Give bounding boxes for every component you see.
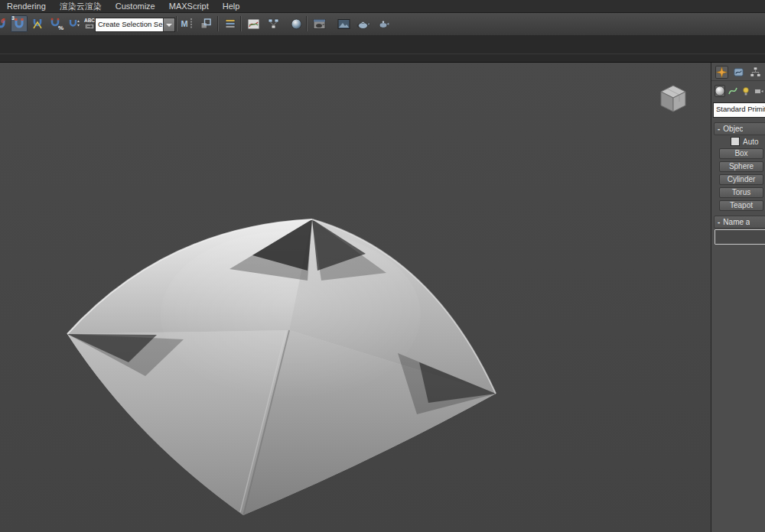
key-icon [84,23,95,30]
percent-glyph: % [58,24,63,31]
render-iterative-icon[interactable] [375,15,392,32]
menu-help[interactable]: Help [216,1,247,11]
lights-category-icon[interactable] [741,85,751,97]
autogrid-label: Auto [743,138,759,146]
angle-snap-icon[interactable] [29,15,46,32]
menu-customize[interactable]: Customize [109,1,162,11]
object-type-rollout-header[interactable]: - Objec [714,122,765,135]
material-sphere-icon [290,18,303,31]
align-squares-icon [200,18,212,30]
selection-set-dropdown[interactable]: Create Selection Se [95,18,175,32]
viewcube-icon [656,83,690,116]
create-tab[interactable] [715,66,728,79]
modify-icon [733,66,744,78]
magnet-spinner-icon [68,18,80,30]
camera-icon [754,86,764,96]
main-toolbar: 6 3 % [0,13,765,36]
selection-set-value: Create Selection Se [96,18,163,31]
render-setup-icon[interactable] [311,15,327,32]
snap-toggle-3d-icon[interactable]: 3 [11,15,28,32]
mirror-arrows-icon [188,18,194,30]
toolbar-separator [306,16,308,31]
autogrid-checkbox[interactable] [731,137,740,146]
toolbar-separator [176,16,177,31]
manage-layers-icon[interactable] [222,15,239,32]
spline-icon [728,86,738,96]
command-panel-tabs [711,64,765,81]
toolbar-separator [217,16,219,31]
material-editor-icon[interactable] [288,15,304,32]
curve-chart-icon [247,18,260,31]
modify-tab[interactable] [732,66,745,79]
teapot-button[interactable]: Teapot [719,200,763,211]
curve-editor-icon[interactable] [245,15,262,32]
schematic-nodes-icon [267,18,280,31]
geometry-category-icon[interactable] [715,85,725,97]
hierarchy-tab[interactable] [749,66,762,79]
toolbar-left-badge: 6 [1,18,4,24]
mirror-m-glyph: M [181,19,187,28]
primitive-category-value: Standard Primiti [716,105,765,113]
name-color-rollout-header[interactable]: - Name a [714,216,765,229]
ribbon-collapsed-area [0,35,765,63]
align-icon[interactable] [197,15,214,32]
cameras-category-icon[interactable] [754,85,764,97]
schematic-view-icon[interactable] [265,15,282,32]
rendered-frame-window-icon[interactable] [335,15,352,32]
menu-bar: Rendering 渲染云渲染 Customize MAXScript Help [0,0,765,13]
light-icon [741,86,751,96]
abc-label: ABC [84,18,95,23]
menu-cloud-render[interactable]: 渲染云渲染 [53,0,109,13]
object-name-field[interactable] [715,229,765,245]
primitive-category-dropdown[interactable]: Standard Primiti [713,102,765,118]
frame-image-icon [337,18,350,31]
menu-rendering[interactable]: Rendering [0,1,53,11]
spinner-snap-icon[interactable] [66,15,83,32]
perspective-viewport[interactable] [0,63,711,532]
object-type-rollout-title: Objec [723,125,743,133]
box-button[interactable]: Box [719,148,763,159]
snap-3-badge: 3 [11,15,15,21]
torus-button[interactable]: Torus [719,187,763,198]
3dsmax-window: Rendering 渲染云渲染 Customize MAXScript Help… [0,0,765,532]
menu-maxscript[interactable]: MAXScript [162,1,216,11]
render-production-icon[interactable] [355,15,372,32]
render-setup-dialog-icon [313,18,326,31]
viewcube[interactable] [656,83,690,116]
dropdown-arrow-icon[interactable] [163,18,174,31]
create-categories [711,83,765,99]
shapes-category-icon[interactable] [728,85,738,97]
magnet-angle-icon [31,18,44,30]
command-panel: Standard Primiti - Objec Auto Box Sphere… [711,63,765,532]
collapse-minus-icon: - [715,125,723,134]
sphere-icon [715,86,725,96]
mirror-icon[interactable]: M [179,15,196,32]
cylinder-button[interactable]: Cylinder [719,174,763,185]
create-star-icon [716,66,728,78]
magnet-icon [13,18,25,30]
autogrid-row: Auto [711,136,765,147]
collapse-minus-icon: - [715,218,723,227]
name-color-rollout-title: Name a [723,218,750,226]
hierarchy-icon [750,66,761,78]
layers-icon [224,18,236,30]
keyboard-override-glyph: ABC [84,18,95,30]
scene-render [0,63,711,532]
percent-snap-icon[interactable]: % [47,15,64,32]
teapot-small-icon [377,18,390,31]
ribbon-divider-line [0,54,765,54]
teapot-icon [356,18,370,31]
sphere-button[interactable]: Sphere [719,161,763,172]
toolbar-separator [240,16,242,31]
